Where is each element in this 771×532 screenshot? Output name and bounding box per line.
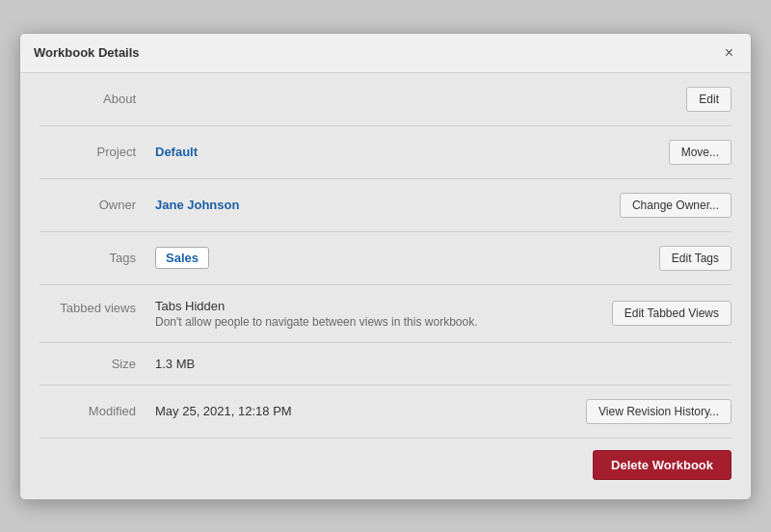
move-button[interactable]: Move... — [669, 140, 731, 165]
dialog-footer: Delete Workbook — [40, 439, 731, 484]
project-row-inner: Project Default Move... — [40, 140, 731, 165]
modified-value: May 25, 2021, 12:18 PM — [155, 404, 586, 418]
project-action: Move... — [669, 140, 731, 165]
owner-label: Owner — [40, 198, 155, 212]
tags-row: Tags Sales Edit Tags — [40, 232, 731, 285]
view-revision-history-button[interactable]: View Revision History... — [586, 399, 731, 424]
tabbed-views-row-inner: Tabbed views Tabs Hidden Don't allow peo… — [40, 299, 731, 329]
owner-row: Owner Jane Johnson Change Owner... — [40, 179, 731, 232]
tabbed-views-label: Tabbed views — [40, 299, 155, 315]
tags-label: Tags — [40, 251, 155, 265]
tabbed-views-content: Tabs Hidden Don't allow people to naviga… — [155, 299, 612, 329]
owner-row-inner: Owner Jane Johnson Change Owner... — [40, 193, 731, 218]
dialog-body: About Edit Project Default Move... Owner… — [20, 73, 751, 499]
owner-value[interactable]: Jane Johnson — [155, 198, 620, 212]
size-value: 1.3 MB — [155, 357, 731, 371]
modified-action: View Revision History... — [586, 399, 731, 424]
tags-content: Sales — [155, 247, 659, 269]
delete-workbook-button[interactable]: Delete Workbook — [593, 450, 731, 480]
tag-sales: Sales — [155, 247, 209, 269]
close-button[interactable]: × — [721, 43, 737, 63]
change-owner-button[interactable]: Change Owner... — [620, 193, 731, 218]
about-row-inner: About Edit — [40, 87, 731, 112]
project-row: Project Default Move... — [40, 126, 731, 179]
dialog-title: Workbook Details — [34, 45, 140, 60]
size-row: Size 1.3 MB — [40, 343, 731, 386]
size-label: Size — [40, 357, 155, 371]
about-action: Edit — [686, 87, 731, 112]
edit-tabbed-views-button[interactable]: Edit Tabbed Views — [612, 301, 731, 326]
tags-row-inner: Tags Sales Edit Tags — [40, 246, 731, 271]
size-row-inner: Size 1.3 MB — [40, 357, 731, 371]
modified-row-inner: Modified May 25, 2021, 12:18 PM View Rev… — [40, 399, 731, 424]
tabbed-views-description: Don't allow people to navigate between v… — [155, 315, 612, 329]
project-label: Project — [40, 145, 155, 159]
about-label: About — [40, 92, 155, 106]
tabbed-views-status: Tabs Hidden — [155, 299, 612, 313]
edit-about-button[interactable]: Edit — [686, 87, 731, 112]
owner-action: Change Owner... — [620, 193, 731, 218]
tabbed-views-action: Edit Tabbed Views — [612, 299, 731, 326]
edit-tags-button[interactable]: Edit Tags — [659, 246, 731, 271]
about-row: About Edit — [40, 73, 731, 126]
tags-action: Edit Tags — [659, 246, 731, 271]
modified-row: Modified May 25, 2021, 12:18 PM View Rev… — [40, 386, 731, 439]
workbook-details-dialog: Workbook Details × About Edit Project De… — [19, 33, 752, 500]
tabbed-views-row: Tabbed views Tabs Hidden Don't allow peo… — [40, 285, 731, 343]
dialog-titlebar: Workbook Details × — [20, 34, 751, 73]
project-value[interactable]: Default — [155, 145, 669, 159]
modified-label: Modified — [40, 404, 155, 418]
